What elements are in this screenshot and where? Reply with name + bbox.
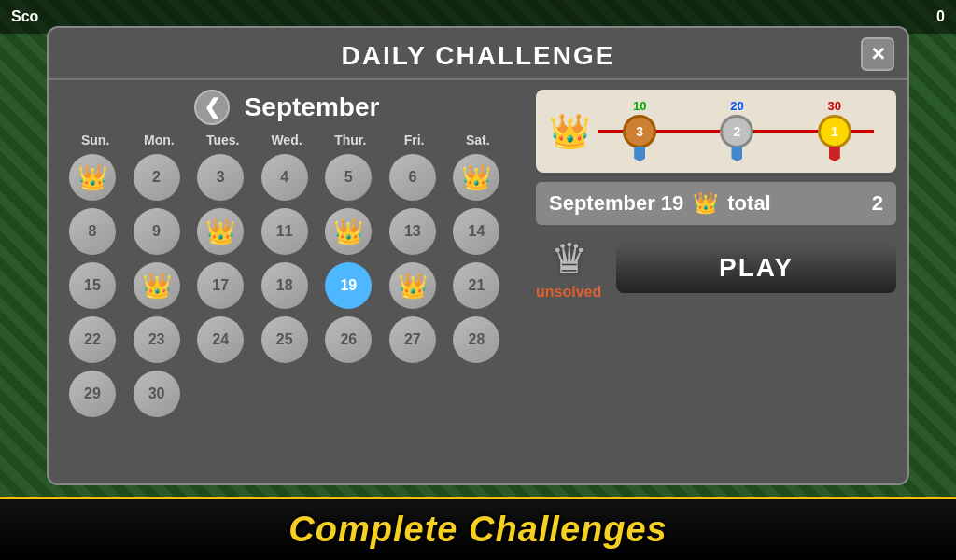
game-background: Sco 0 DAILY CHALLENGE ✕ ❮ September Sun.… xyxy=(0,0,956,560)
calendar-section: ❮ September Sun. Mon. Tues. Wed. Thur. F… xyxy=(49,80,525,480)
stats-section: 👑 10 3 20 2 xyxy=(525,80,907,480)
cal-day-8[interactable]: 8 xyxy=(63,205,121,258)
cal-day-19[interactable]: 19 xyxy=(319,259,377,312)
bronze-circle: 3 xyxy=(623,115,656,148)
cal-day-13[interactable]: 13 xyxy=(384,205,442,258)
crown-day-icon: 👑 xyxy=(453,154,499,201)
cal-day-21[interactable]: 21 xyxy=(447,259,505,312)
silver-circle: 2 xyxy=(720,115,753,148)
cal-day-16[interactable]: 👑 xyxy=(128,259,186,312)
cal-day-27[interactable]: 27 xyxy=(384,314,442,366)
cal-day-14[interactable]: 14 xyxy=(447,205,505,258)
dialog-title: DAILY CHALLENGE xyxy=(49,28,907,80)
silver-medal: 2 xyxy=(716,115,757,163)
dialog-body: ❮ September Sun. Mon. Tues. Wed. Thur. F… xyxy=(49,80,907,480)
cal-day-17[interactable]: 17 xyxy=(191,259,249,312)
month-name: September xyxy=(245,92,380,122)
prev-month-button[interactable]: ❮ xyxy=(194,90,230,125)
cal-day-18[interactable]: 18 xyxy=(256,259,314,312)
day-mon: Mon. xyxy=(127,133,190,147)
cal-day-15[interactable]: 15 xyxy=(63,259,121,312)
cal-day-empty xyxy=(256,368,314,420)
milestone-20: 20 2 xyxy=(688,99,785,163)
cal-day-9[interactable]: 9 xyxy=(128,205,186,258)
cal-day-empty xyxy=(384,368,442,420)
cal-day-4[interactable]: 4 xyxy=(256,151,314,203)
day-sat: Sat. xyxy=(446,133,510,147)
start-crown-icon: 👑 xyxy=(549,112,591,151)
close-button[interactable]: ✕ xyxy=(861,37,894,71)
day-tue: Tues. xyxy=(191,133,255,147)
gold-ribbon xyxy=(829,147,840,161)
bronze-medal: 3 xyxy=(619,115,660,163)
gold-circle: 1 xyxy=(818,115,851,148)
cal-day-6[interactable]: 6 xyxy=(384,151,442,203)
sep19-row: September 19 👑 total 2 xyxy=(536,182,896,225)
day-wed: Wed. xyxy=(255,133,318,147)
crown-day-icon: 👑 xyxy=(69,154,116,201)
cal-day-empty xyxy=(319,368,377,420)
calendar-header: ❮ September xyxy=(63,90,510,125)
unsolved-crown-icon: ♛ xyxy=(551,234,587,282)
medals-track: 👑 10 3 20 2 xyxy=(549,99,883,163)
cal-day-2[interactable]: 2 xyxy=(128,151,186,203)
medals-panel: 👑 10 3 20 2 xyxy=(536,90,896,173)
unsolved-label: unsolved xyxy=(536,284,601,301)
milestone-30-num: 30 xyxy=(828,99,841,113)
calendar-grid: 👑23456👑89👑11👑131415👑171819👑2122232425262… xyxy=(63,151,510,420)
milestone-10: 10 3 xyxy=(591,99,688,163)
cal-day-empty xyxy=(191,368,249,420)
cal-day-12[interactable]: 👑 xyxy=(319,205,377,258)
cal-day-24[interactable]: 24 xyxy=(191,314,249,366)
total-label: total xyxy=(727,191,770,216)
score-value: 0 xyxy=(936,8,945,25)
score-label: Sco xyxy=(11,8,38,25)
play-button[interactable]: PLAY xyxy=(616,243,896,293)
gold-medal: 1 xyxy=(814,115,855,163)
silver-ribbon xyxy=(731,147,742,161)
cal-day-30[interactable]: 30 xyxy=(128,368,186,420)
cal-day-empty xyxy=(447,368,505,420)
bronze-ribbon xyxy=(634,147,645,161)
cal-day-empty: 👑 xyxy=(63,151,121,203)
unsolved-crown-container: ♛ unsolved xyxy=(536,234,601,301)
milestone-10-num: 10 xyxy=(633,99,646,113)
bottom-banner: Complete Challenges xyxy=(0,497,956,560)
milestone-30: 30 1 xyxy=(786,99,883,163)
cal-day-29[interactable]: 29 xyxy=(63,368,121,420)
days-header: Sun. Mon. Tues. Wed. Thur. Fri. Sat. xyxy=(63,133,510,147)
day-fri: Fri. xyxy=(382,133,445,147)
cal-day-11[interactable]: 11 xyxy=(256,205,314,258)
milestone-20-num: 20 xyxy=(730,99,743,113)
cal-day-28[interactable]: 28 xyxy=(447,314,505,366)
bottom-banner-text: Complete Challenges xyxy=(288,510,667,550)
cal-day-23[interactable]: 23 xyxy=(128,314,186,366)
day-sun: Sun. xyxy=(63,133,127,147)
day-thu: Thur. xyxy=(318,133,382,147)
cal-day-22[interactable]: 22 xyxy=(63,314,121,366)
date-label: September 19 xyxy=(549,191,683,216)
cal-day-10[interactable]: 👑 xyxy=(191,205,249,258)
cal-day-26[interactable]: 26 xyxy=(319,314,377,366)
total-value: 2 xyxy=(872,191,883,216)
crown-icon-small: 👑 xyxy=(693,191,718,216)
cal-day-25[interactable]: 25 xyxy=(256,314,314,366)
daily-challenge-dialog: DAILY CHALLENGE ✕ ❮ September Sun. Mon. … xyxy=(47,26,909,485)
unsolved-section: ♛ unsolved PLAY xyxy=(536,234,896,304)
cal-day-empty: 👑 xyxy=(447,151,505,203)
cal-day-3[interactable]: 3 xyxy=(191,151,249,203)
cal-day-20[interactable]: 👑 xyxy=(384,259,442,312)
cal-day-5[interactable]: 5 xyxy=(319,151,377,203)
